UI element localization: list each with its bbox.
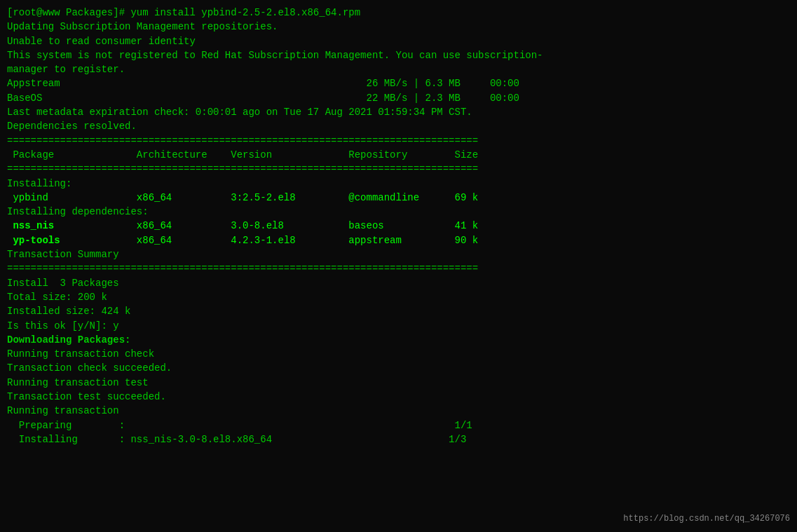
terminal-line: Transaction test succeeded. (7, 390, 790, 404)
terminal-line: manager to register. (7, 62, 790, 76)
terminal-line: ========================================… (7, 261, 790, 275)
terminal-line: Unable to read consumer identity (7, 34, 790, 48)
terminal-line: Running transaction (7, 404, 790, 418)
terminal-line: [root@www Packages]# yum install ypbind-… (7, 6, 790, 20)
terminal-line: ========================================… (7, 162, 790, 176)
terminal-line: Running transaction test (7, 376, 790, 390)
terminal-line: yp-tools x86_64 4.2.3-1.el8 appstream 90… (7, 233, 790, 247)
terminal-line: nss_nis x86_64 3.0-8.el8 baseos 41 k (7, 219, 790, 233)
terminal-line: Dependencies resolved. (7, 119, 790, 133)
terminal-line: ypbind x86_64 3:2.5-2.el8 @commandline 6… (7, 191, 790, 205)
terminal-line: Installing : nss_nis-3.0-8.el8.x86_64 1/… (7, 432, 790, 446)
terminal-line: Running transaction check (7, 347, 790, 361)
terminal-output: [root@www Packages]# yum install ypbind-… (7, 6, 790, 446)
terminal-line: BaseOS 22 MB/s | 2.3 MB 00:00 (7, 91, 790, 105)
terminal-line: Updating Subscription Management reposit… (7, 20, 790, 34)
terminal-line: Total size: 200 k (7, 290, 790, 304)
terminal-line: ========================================… (7, 134, 790, 148)
terminal-line: Is this ok [y/N]: y (7, 319, 790, 333)
watermark: https://blog.csdn.net/qq_34267076 (623, 513, 790, 525)
terminal-line: Appstream 26 MB/s | 6.3 MB 00:00 (7, 76, 790, 90)
terminal-line: Preparing : 1/1 (7, 418, 790, 432)
terminal-line: This system is not registered to Red Hat… (7, 48, 790, 62)
terminal-line: Installing dependencies: (7, 205, 790, 219)
terminal-line: Downloading Packages: (7, 333, 790, 347)
terminal-line: Transaction check succeeded. (7, 361, 790, 375)
terminal-window: [root@www Packages]# yum install ypbind-… (0, 0, 797, 532)
terminal-line: Last metadata expiration check: 0:00:01 … (7, 105, 790, 119)
terminal-line: Transaction Summary (7, 247, 790, 261)
terminal-line: Installing: (7, 177, 790, 191)
terminal-line: Package Architecture Version Repository … (7, 148, 790, 162)
terminal-line: Installed size: 424 k (7, 304, 790, 318)
terminal-line: Install 3 Packages (7, 276, 790, 290)
